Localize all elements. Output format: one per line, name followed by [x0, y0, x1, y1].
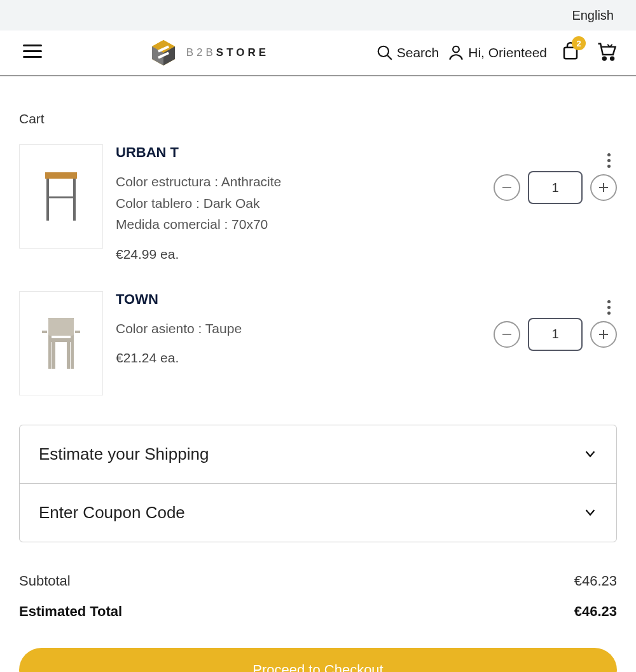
estimated-total-line: Estimated Total €46.23: [19, 603, 617, 620]
kebab-icon: [607, 165, 611, 168]
cart-item: TOWN Color asiento : Taupe €21.24 ea.: [19, 291, 617, 395]
kebab-icon: [607, 153, 611, 156]
increment-button[interactable]: [590, 321, 617, 348]
logo[interactable]: B2BSTORE: [42, 39, 377, 67]
item-info: URBAN T Color estructura : Anthracite Co…: [116, 144, 494, 262]
cart-item: URBAN T Color estructura : Anthracite Co…: [19, 144, 617, 262]
cart-accordion: Estimate your Shipping Enter Coupon Code: [19, 425, 617, 542]
svg-point-11: [453, 46, 459, 53]
quantity-input[interactable]: [528, 171, 583, 204]
svg-rect-19: [502, 187, 511, 188]
item-unit-price: €21.24 ea.: [116, 350, 494, 366]
svg-rect-1: [23, 50, 42, 52]
svg-rect-30: [502, 334, 511, 335]
estimated-total-value: €46.23: [574, 603, 617, 620]
item-menu-button[interactable]: [605, 295, 613, 320]
quantity-stepper: [494, 318, 617, 351]
search-button[interactable]: Search: [377, 45, 439, 61]
language-selector[interactable]: English: [572, 8, 614, 23]
svg-point-14: [611, 57, 614, 60]
svg-rect-0: [23, 45, 42, 46]
svg-rect-21: [603, 183, 604, 192]
product-image-icon: [33, 312, 89, 375]
svg-point-9: [378, 46, 388, 57]
product-image-icon: [36, 166, 86, 227]
item-attribute: Color estructura : Anthracite: [116, 171, 494, 193]
minus-icon: [502, 329, 512, 339]
item-menu-button[interactable]: [605, 148, 613, 173]
bag-badge: 2: [572, 36, 586, 50]
coupon-code-toggle[interactable]: Enter Coupon Code: [20, 483, 616, 542]
decrement-button[interactable]: [494, 174, 520, 201]
item-attribute: Medida comercial : 70x70: [116, 214, 494, 235]
logo-text: B2BSTORE: [186, 46, 269, 59]
item-thumbnail[interactable]: [19, 144, 103, 249]
chevron-down-icon: [583, 505, 597, 519]
svg-rect-28: [52, 342, 55, 369]
user-icon: [448, 45, 464, 61]
kebab-icon: [607, 312, 611, 315]
accordion-label: Estimate your Shipping: [39, 444, 209, 464]
kebab-icon: [607, 300, 611, 303]
checkout-button[interactable]: Proceed to Checkout: [19, 648, 617, 672]
main-header: B2BSTORE Search Hi, Orienteed 2: [0, 31, 636, 76]
subtotal-line: Subtotal €46.23: [19, 573, 617, 589]
svg-rect-27: [75, 331, 80, 333]
svg-rect-26: [42, 331, 47, 333]
item-attribute: Color asiento : Taupe: [116, 318, 494, 339]
header-actions: Search Hi, Orienteed 2: [377, 42, 617, 64]
top-language-bar: English: [0, 0, 636, 31]
page-title: Cart: [19, 111, 617, 127]
subtotal-value: €46.23: [574, 573, 617, 589]
item-thumbnail[interactable]: [19, 291, 103, 395]
search-icon: [377, 45, 393, 61]
quantity-input[interactable]: [528, 318, 583, 351]
svg-rect-18: [46, 196, 76, 198]
svg-point-13: [603, 57, 606, 60]
item-name: URBAN T: [116, 144, 494, 161]
cart-link[interactable]: [597, 42, 617, 64]
item-name: TOWN: [116, 291, 494, 308]
quantity-stepper: [494, 171, 617, 204]
kebab-icon: [607, 159, 611, 162]
estimated-total-label: Estimated Total: [19, 603, 122, 620]
plus-icon: [598, 329, 609, 339]
kebab-icon: [607, 306, 611, 309]
svg-rect-16: [46, 179, 49, 221]
plus-icon: [598, 182, 609, 193]
cart-icon: [597, 42, 617, 61]
chevron-down-icon: [583, 447, 597, 461]
svg-rect-29: [67, 342, 70, 369]
greeting-text: Hi, Orienteed: [468, 45, 547, 60]
cart-totals: Subtotal €46.23 Estimated Total €46.23: [19, 573, 617, 620]
cart-page: Cart URBAN T Color estructura : Anthraci…: [0, 76, 636, 672]
estimate-shipping-toggle[interactable]: Estimate your Shipping: [20, 425, 616, 483]
svg-rect-2: [23, 56, 42, 58]
logo-icon: [149, 39, 177, 67]
search-label: Search: [397, 45, 439, 60]
item-unit-price: €24.99 ea.: [116, 247, 494, 262]
svg-rect-15: [45, 172, 77, 179]
decrement-button[interactable]: [494, 321, 520, 348]
orders-link[interactable]: 2: [561, 42, 580, 64]
svg-rect-22: [48, 338, 74, 342]
svg-line-10: [387, 55, 392, 60]
increment-button[interactable]: [590, 174, 617, 201]
account-link[interactable]: Hi, Orienteed: [448, 45, 547, 61]
svg-rect-25: [48, 318, 74, 336]
minus-icon: [502, 182, 512, 193]
subtotal-label: Subtotal: [19, 573, 71, 589]
svg-rect-32: [603, 330, 604, 339]
svg-rect-17: [73, 179, 76, 221]
item-info: TOWN Color asiento : Taupe €21.24 ea.: [116, 291, 494, 366]
item-attribute: Color tablero : Dark Oak: [116, 193, 494, 214]
accordion-label: Enter Coupon Code: [39, 503, 185, 523]
menu-icon[interactable]: [23, 45, 42, 61]
